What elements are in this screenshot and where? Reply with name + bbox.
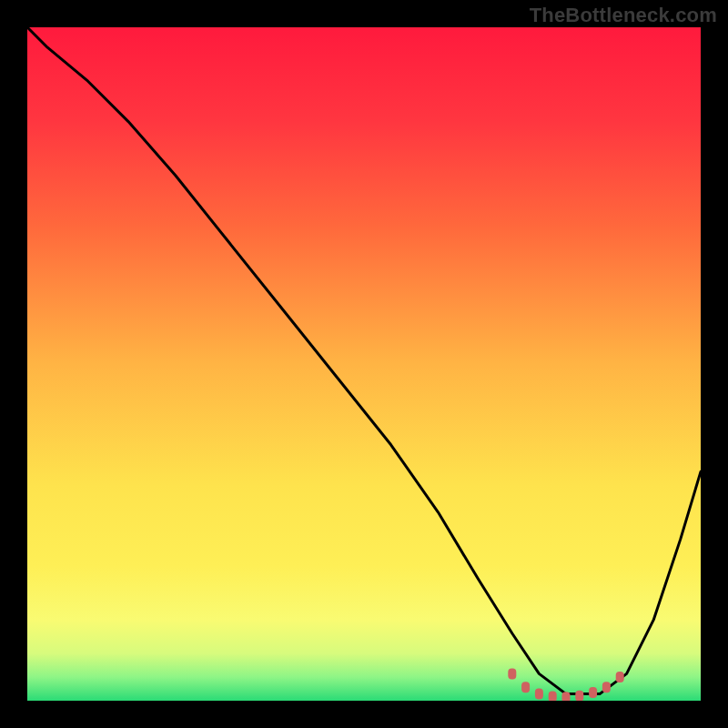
marker: [549, 692, 557, 701]
plot-area: [27, 27, 701, 701]
gradient-background: [27, 27, 701, 701]
marker: [521, 682, 530, 693]
marker: [535, 689, 543, 700]
watermark-text: TheBottleneck.com: [530, 4, 717, 27]
chart-frame: TheBottleneck.com: [0, 0, 728, 728]
marker: [602, 682, 611, 693]
marker: [589, 687, 597, 698]
marker: [616, 672, 624, 682]
marker: [562, 692, 571, 701]
marker: [575, 691, 583, 701]
marker: [508, 668, 516, 679]
chart-svg: [27, 27, 701, 701]
